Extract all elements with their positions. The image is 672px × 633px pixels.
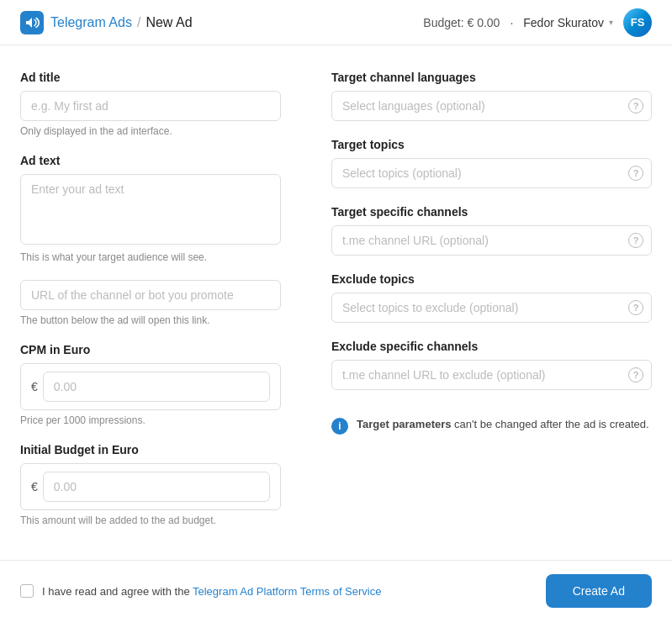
tos-checkbox[interactable] [20, 584, 34, 598]
breadcrumb-separator: / [137, 15, 140, 30]
exclude-topics-select[interactable]: Select topics to exclude (optional) [331, 293, 652, 323]
header-right: Budget: € 0.00 · Fedor Skuratov ▾ FS [423, 8, 652, 37]
avatar[interactable]: FS [623, 8, 652, 37]
info-notice: i Target parameters can't be changed aft… [331, 414, 652, 438]
exclude-topics-group: Exclude topics Select topics to exclude … [331, 272, 652, 323]
breadcrumb-current: New Ad [146, 15, 192, 30]
target-channels-label: Target specific channels [331, 205, 652, 219]
cpm-label: CPM in Euro [20, 343, 281, 356]
breadcrumb: Telegram Ads / New Ad [50, 15, 193, 30]
main-content: Ad title Only displayed in the ad interf… [0, 45, 672, 560]
target-languages-select[interactable]: Select languages (optional) [331, 91, 652, 121]
target-channels-help-icon[interactable]: ? [628, 233, 643, 248]
target-languages-wrapper: Select languages (optional) ? [331, 91, 652, 121]
budget-group: Initial Budget in Euro € This amount wil… [20, 443, 281, 526]
breadcrumb-link[interactable]: Telegram Ads [50, 15, 132, 30]
target-languages-group: Target channel languages Select language… [331, 71, 652, 121]
header-left: Telegram Ads / New Ad [20, 11, 193, 34]
target-languages-label: Target channel languages [331, 71, 652, 84]
cpm-currency-symbol: € [31, 380, 38, 393]
cpm-group: CPM in Euro € Price per 1000 impressions… [20, 343, 281, 426]
target-channels-wrapper: ? [331, 225, 652, 256]
info-icon: i [331, 418, 348, 435]
target-topics-group: Target topics Select topics (optional) ? [331, 138, 652, 188]
ad-title-hint: Only displayed in the ad interface. [20, 125, 281, 137]
url-hint: The button below the ad will open this l… [20, 314, 281, 326]
cpm-input-wrapper: € [20, 363, 281, 410]
user-name: Fedor Skuratov [523, 16, 604, 29]
budget-currency-symbol: € [31, 480, 38, 493]
left-column: Ad title Only displayed in the ad interf… [20, 71, 281, 543]
info-body-text: can't be changed after the ad is created… [454, 418, 649, 430]
chevron-down-icon: ▾ [609, 18, 613, 27]
ad-title-label: Ad title [20, 71, 281, 84]
info-text: Target parameters can't be changed after… [357, 417, 649, 432]
budget-separator: · [510, 16, 513, 29]
ad-title-group: Ad title Only displayed in the ad interf… [20, 71, 281, 137]
ad-text-label: Ad text [20, 154, 281, 167]
url-group: The button below the ad will open this l… [20, 280, 281, 326]
exclude-channels-help-icon[interactable]: ? [628, 367, 643, 382]
exclude-channels-wrapper: ? [331, 360, 652, 390]
budget-hint: This amount will be added to the ad budg… [20, 514, 281, 526]
exclude-topics-help-icon[interactable]: ? [628, 300, 643, 315]
info-bold-text: Target parameters [357, 418, 451, 430]
target-languages-help-icon[interactable]: ? [628, 98, 643, 113]
tos-link[interactable]: Telegram Ad Platform Terms of Service [193, 585, 381, 598]
target-topics-select[interactable]: Select topics (optional) [331, 158, 652, 188]
target-channels-input[interactable] [331, 225, 652, 256]
right-column: Target channel languages Select language… [331, 71, 652, 543]
exclude-channels-label: Exclude specific channels [331, 340, 652, 353]
budget-label: Initial Budget in Euro [20, 443, 281, 456]
user-menu[interactable]: Fedor Skuratov ▾ [523, 16, 613, 29]
header: Telegram Ads / New Ad Budget: € 0.00 · F… [0, 0, 672, 45]
exclude-topics-label: Exclude topics [331, 272, 652, 286]
megaphone-icon [20, 11, 44, 34]
create-ad-button[interactable]: Create Ad [546, 574, 652, 608]
ad-title-input[interactable] [20, 91, 281, 121]
url-input[interactable] [20, 280, 281, 310]
cpm-hint: Price per 1000 impressions. [20, 414, 281, 426]
ad-text-hint: This is what your target audience will s… [20, 251, 281, 263]
tos-label: I have read and agree with the Telegram … [42, 585, 381, 598]
target-channels-group: Target specific channels ? [331, 205, 652, 256]
budget-input[interactable] [43, 472, 270, 502]
cpm-input[interactable] [43, 372, 270, 402]
target-topics-label: Target topics [331, 138, 652, 151]
tos-row: I have read and agree with the Telegram … [20, 584, 381, 598]
target-topics-wrapper: Select topics (optional) ? [331, 158, 652, 188]
exclude-channels-group: Exclude specific channels ? [331, 340, 652, 390]
target-topics-help-icon[interactable]: ? [628, 166, 643, 181]
budget-input-wrapper: € [20, 463, 281, 510]
exclude-topics-wrapper: Select topics to exclude (optional) ? [331, 293, 652, 323]
ad-text-group: Ad text This is what your target audienc… [20, 154, 281, 263]
ad-text-input[interactable] [20, 174, 281, 245]
exclude-channels-input[interactable] [331, 360, 652, 390]
budget-display: Budget: € 0.00 [423, 16, 500, 29]
footer: I have read and agree with the Telegram … [0, 560, 672, 621]
